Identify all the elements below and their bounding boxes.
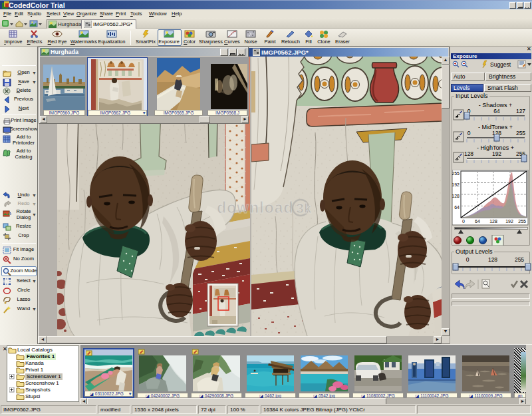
svg-text:128: 128	[488, 256, 497, 263]
svg-text:192: 192	[452, 182, 460, 187]
svg-text:0: 0	[462, 219, 465, 224]
svg-text:0: 0	[466, 256, 469, 263]
svg-text:64: 64	[454, 205, 460, 210]
svg-text:3k: 3k	[296, 200, 312, 216]
svg-text:download: download	[217, 199, 293, 216]
svg-text:255: 255	[516, 130, 525, 136]
svg-text:64: 64	[493, 108, 500, 114]
svg-text:128: 128	[464, 150, 473, 157]
svg-text:192: 192	[492, 150, 501, 157]
svg-text:255: 255	[518, 219, 526, 224]
svg-text:255: 255	[515, 256, 524, 263]
svg-text:0: 0	[467, 130, 471, 136]
svg-text:192: 192	[505, 219, 513, 224]
svg-text:127: 127	[516, 108, 525, 114]
svg-text:64: 64	[475, 219, 480, 224]
svg-text:128: 128	[452, 194, 460, 198]
svg-text:128: 128	[489, 219, 497, 224]
svg-text:255: 255	[452, 171, 460, 176]
